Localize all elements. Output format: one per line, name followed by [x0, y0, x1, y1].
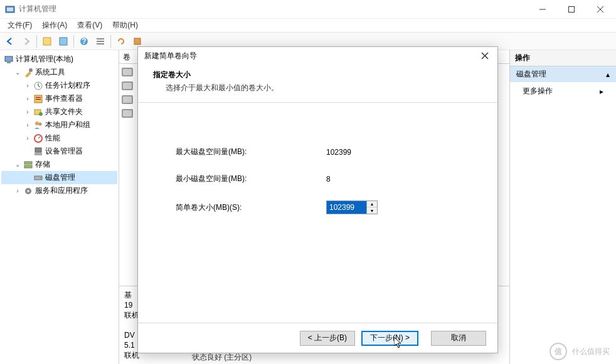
spinner-up-button[interactable]: ▲ [367, 201, 377, 207]
actions-section[interactable]: 磁盘管理 ▴ [510, 66, 616, 82]
volume-icon [122, 81, 133, 90]
wizard-title: 新建简单卷向导 [144, 51, 476, 61]
expand-icon[interactable]: › [24, 122, 31, 128]
toolbar-refresh-button[interactable] [114, 34, 129, 49]
wizard-close-button[interactable] [476, 48, 494, 63]
toolbar-separator [36, 35, 37, 48]
window-title: 计算机管理 [19, 4, 528, 14]
tree-performance[interactable]: ›性能 [1, 132, 117, 145]
tree-root[interactable]: 计算机管理(本地) [1, 53, 117, 66]
svg-rect-15 [7, 62, 11, 63]
tree-local-users[interactable]: ›本地用户和组 [1, 118, 117, 132]
menu-action[interactable]: 操作(A) [37, 19, 72, 32]
min-space-label: 最小磁盘空间量(MB): [176, 174, 326, 184]
minimize-button[interactable] [528, 0, 557, 19]
cancel-button[interactable]: 取消 [431, 331, 486, 346]
svg-point-24 [39, 122, 42, 125]
svg-rect-13 [134, 38, 141, 44]
tree-services[interactable]: ›服务和应用程序 [1, 184, 117, 197]
expand-icon[interactable]: › [24, 95, 31, 102]
more-actions[interactable]: 更多操作 ▸ [510, 82, 616, 100]
volume-size-input[interactable] [326, 200, 367, 214]
spinner-down-button[interactable]: ▼ [367, 207, 377, 214]
svg-rect-20 [36, 99, 41, 100]
storage-icon [23, 160, 33, 170]
navigation-tree: 计算机管理(本地) ⌄系统工具 ›任务计划程序 ›事件查看器 ›共享文件夹 ›本… [0, 50, 119, 364]
toolbar-separator [110, 35, 111, 48]
back-button[interactable] [3, 34, 18, 49]
svg-rect-26 [35, 148, 41, 152]
new-volume-wizard-dialog: 新建简单卷向导 指定卷大小 选择介于最大和最小值的卷大小。 最大磁盘空间量(MB… [137, 46, 498, 353]
watermark-logo-icon: 值 [550, 343, 567, 360]
min-space-value: 8 [326, 175, 401, 184]
svg-rect-10 [97, 38, 104, 39]
expand-icon[interactable]: › [24, 108, 31, 115]
svg-point-31 [40, 177, 41, 179]
wizard-heading: 指定卷大小 [153, 70, 482, 80]
partition-status-fragment: 状态良好 (主分区) [192, 352, 252, 363]
next-button[interactable]: 下一步(N) > [361, 331, 418, 346]
tree-task-scheduler[interactable]: ›任务计划程序 [1, 79, 117, 92]
forward-button[interactable] [19, 34, 34, 49]
maximize-button[interactable] [557, 0, 586, 19]
svg-rect-29 [24, 165, 32, 168]
wizard-button-bar: < 上一步(B) 下一步(N) > 取消 [138, 323, 497, 353]
menu-bar: 文件(F) 操作(A) 查看(V) 帮助(H) [0, 19, 616, 33]
svg-rect-1 [7, 8, 13, 11]
wizard-body: 最大磁盘空间量(MB): 102399 最小磁盘空间量(MB): 8 简单卷大小… [138, 103, 497, 323]
svg-rect-6 [43, 38, 51, 45]
svg-rect-3 [569, 6, 575, 12]
wizard-title-bar: 新建简单卷向导 [138, 47, 497, 65]
toolbar-view2-button[interactable] [56, 34, 71, 49]
volume-icon [122, 109, 133, 118]
svg-rect-27 [35, 153, 42, 155]
toolbar-view1-button[interactable] [40, 34, 55, 49]
tools-icon [23, 68, 33, 78]
expand-icon[interactable]: › [14, 187, 21, 194]
app-icon [5, 4, 15, 14]
svg-rect-12 [97, 43, 104, 44]
services-icon [23, 186, 33, 196]
tree-event-viewer[interactable]: ›事件查看器 [1, 92, 117, 105]
svg-text:?: ? [82, 37, 86, 46]
volume-icon [122, 68, 133, 76]
max-space-value: 102399 [326, 148, 401, 157]
toolbar-list-button[interactable] [93, 34, 108, 49]
tree-storage[interactable]: ⌄存储 [1, 158, 117, 171]
max-space-label: 最大磁盘空间量(MB): [176, 147, 326, 157]
tree-device-manager[interactable]: 设备管理器 [1, 145, 117, 158]
close-button[interactable] [586, 0, 615, 19]
svg-rect-14 [5, 56, 13, 61]
volume-icon [122, 95, 133, 104]
back-button[interactable]: < 上一步(B) [300, 331, 355, 346]
svg-point-23 [35, 122, 39, 125]
svg-point-22 [39, 112, 43, 116]
performance-icon [33, 133, 43, 143]
menu-help[interactable]: 帮助(H) [107, 19, 143, 32]
expand-icon[interactable]: › [24, 82, 31, 89]
svg-rect-7 [60, 38, 67, 45]
collapse-icon[interactable]: ⌄ [14, 69, 21, 76]
expand-icon[interactable]: › [24, 135, 31, 142]
disk-icon [33, 173, 43, 183]
col-volume[interactable]: 卷 [119, 50, 138, 63]
volume-size-spinner[interactable]: ▲ ▼ [326, 200, 378, 214]
menu-view[interactable]: 查看(V) [72, 19, 107, 32]
tree-shared-folders[interactable]: ›共享文件夹 [1, 105, 117, 118]
help-button[interactable]: ? [77, 34, 92, 49]
share-icon [33, 107, 43, 117]
wizard-header: 指定卷大小 选择介于最大和最小值的卷大小。 [138, 65, 497, 102]
actions-pane: 操作 磁盘管理 ▴ 更多操作 ▸ [509, 50, 616, 364]
collapse-icon: ▴ [606, 70, 610, 79]
menu-file[interactable]: 文件(F) [3, 19, 37, 32]
users-icon [33, 120, 43, 130]
computer-icon [4, 55, 14, 65]
event-icon [33, 94, 43, 104]
tree-disk-management[interactable]: 磁盘管理 [1, 171, 117, 184]
tree-system-tools[interactable]: ⌄系统工具 [1, 66, 117, 79]
svg-point-33 [27, 190, 29, 192]
svg-point-16 [29, 68, 33, 72]
collapse-icon[interactable]: ⌄ [14, 161, 21, 168]
wizard-subheading: 选择介于最大和最小值的卷大小。 [153, 83, 482, 93]
svg-rect-28 [24, 162, 32, 164]
